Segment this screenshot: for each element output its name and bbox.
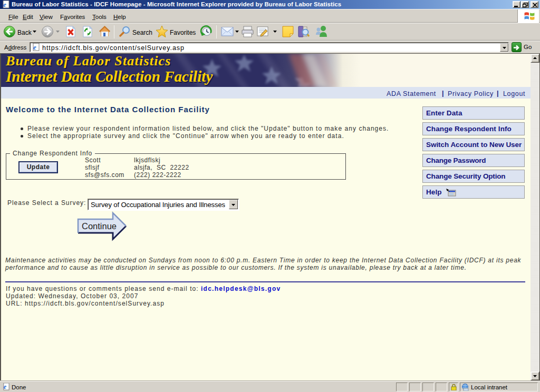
svg-text:e: e [3,1,6,8]
svg-text:Continue: Continue [82,221,117,231]
svg-text:Bureau of Labor Statistics: Bureau of Labor Statistics [5,54,171,68]
svg-text:e: e [4,383,7,390]
svg-text:Internet Data Collection Facil: Internet Data Collection Facility [5,68,213,85]
svg-text:e: e [33,43,36,51]
